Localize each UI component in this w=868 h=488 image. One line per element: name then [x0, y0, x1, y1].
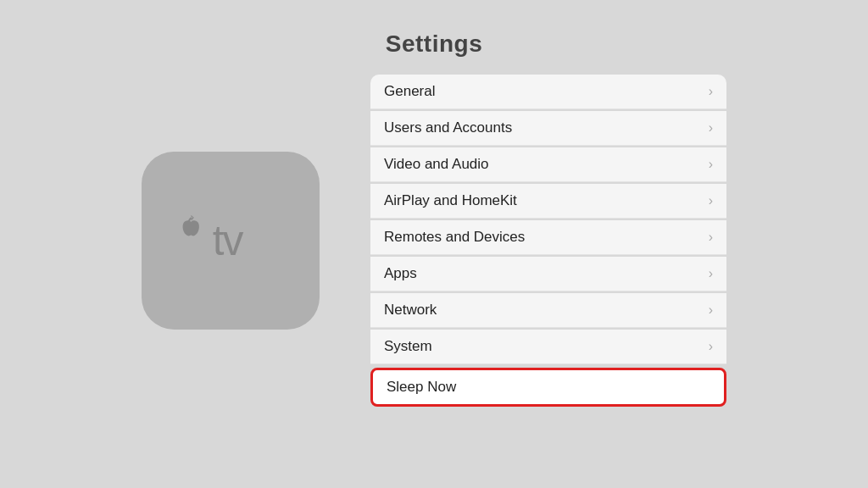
main-content: tv General›Users and Accounts›Video and … — [0, 75, 868, 407]
chevron-right-icon: › — [709, 230, 713, 245]
settings-label-general: General — [384, 83, 435, 100]
settings-item-users-and-accounts[interactable]: Users and Accounts› — [370, 111, 726, 146]
page-title: Settings — [386, 30, 482, 58]
settings-label-system: System — [384, 338, 432, 355]
settings-label-remotes-and-devices: Remotes and Devices — [384, 229, 525, 246]
settings-label-users-and-accounts: Users and Accounts — [384, 119, 512, 136]
settings-item-video-and-audio[interactable]: Video and Audio› — [370, 147, 726, 182]
settings-item-network[interactable]: Network› — [370, 293, 726, 328]
settings-item-system[interactable]: System› — [370, 330, 726, 364]
settings-item-apps[interactable]: Apps› — [370, 257, 726, 291]
chevron-right-icon: › — [709, 339, 713, 354]
settings-label-apps: Apps — [384, 265, 417, 282]
chevron-right-icon: › — [709, 120, 713, 136]
settings-item-remotes-and-devices[interactable]: Remotes and Devices› — [370, 220, 726, 255]
apple-tv-wordmark: tv — [159, 207, 303, 274]
settings-list: General›Users and Accounts›Video and Aud… — [370, 75, 726, 407]
chevron-right-icon: › — [709, 84, 713, 99]
settings-item-sleep-now[interactable]: Sleep Now — [370, 368, 726, 407]
apple-tv-logo: tv — [142, 152, 320, 330]
chevron-right-icon: › — [709, 266, 713, 281]
settings-item-airplay-and-homekit[interactable]: AirPlay and HomeKit› — [370, 184, 726, 219]
settings-item-general[interactable]: General› — [370, 75, 726, 109]
sleep-now-label: Sleep Now — [387, 379, 456, 396]
settings-label-video-and-audio: Video and Audio — [384, 156, 489, 173]
chevron-right-icon: › — [709, 193, 713, 208]
svg-text:tv: tv — [213, 217, 244, 263]
chevron-right-icon: › — [709, 157, 713, 172]
settings-label-airplay-and-homekit: AirPlay and HomeKit — [384, 192, 517, 209]
chevron-right-icon: › — [709, 302, 713, 318]
settings-label-network: Network — [384, 302, 437, 319]
